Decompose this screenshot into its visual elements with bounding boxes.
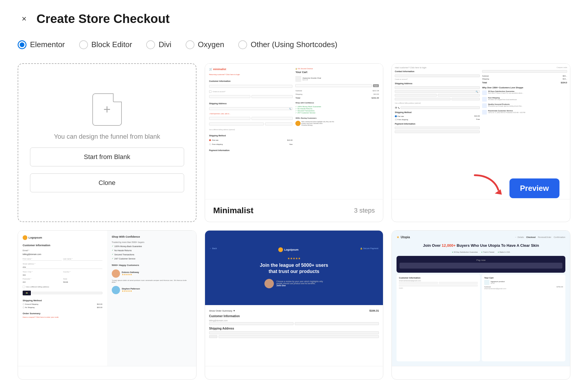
logopsum-split-card[interactable]: Logopsum Customer Information Email * bi… bbox=[18, 230, 196, 380]
bottom-templates-grid: Logopsum Customer Information Email * bi… bbox=[18, 230, 570, 380]
logopsum-blue-footer bbox=[205, 366, 383, 379]
shop-template-card[interactable]: ntact customer? Click here to login Cont… bbox=[392, 63, 570, 222]
radio-block-editor[interactable]: Block Editor bbox=[79, 40, 132, 49]
radio-label-other: Other (Using Shortcodes) bbox=[251, 40, 337, 49]
radio-divi[interactable]: Divi bbox=[146, 40, 171, 49]
modal-container: × Create Store Checkout Elementor Block … bbox=[0, 0, 588, 384]
radio-label-divi: Divi bbox=[159, 40, 171, 49]
radio-circle-oxygen bbox=[186, 40, 194, 49]
radio-circle-elementor bbox=[18, 40, 26, 49]
minimalist-steps: 3 steps bbox=[354, 207, 375, 214]
modal-title: Create Store Checkout bbox=[36, 12, 170, 26]
utopia-card[interactable]: ★ Utopia ← Details Checkout Review&Order… bbox=[392, 230, 570, 380]
mini-logo: 🛒 minimalist bbox=[209, 68, 293, 71]
start-from-blank-button[interactable]: Start from Blank bbox=[30, 148, 184, 166]
blank-description: You can design the funnel from blank bbox=[54, 133, 160, 140]
logopsum-split-preview: Logopsum Customer Information Email * bi… bbox=[18, 231, 196, 366]
minimalist-footer: Minimalist 3 steps bbox=[205, 199, 383, 222]
minimalist-preview: 🛒 minimalist Returning customer? Click h… bbox=[205, 64, 383, 199]
close-button[interactable]: × bbox=[18, 12, 31, 25]
utopia-footer bbox=[392, 366, 570, 379]
radio-group: Elementor Block Editor Divi Oxygen Other… bbox=[18, 40, 570, 49]
blank-template-card: + You can design the funnel from blank S… bbox=[18, 63, 196, 222]
radio-label-block-editor: Block Editor bbox=[91, 40, 132, 49]
preview-button[interactable]: Preview bbox=[509, 178, 559, 198]
utopia-preview: ★ Utopia ← Details Checkout Review&Order… bbox=[392, 231, 570, 366]
minimalist-template-card[interactable]: 🛒 minimalist Returning customer? Click h… bbox=[205, 63, 384, 222]
logopsum-blue-card[interactable]: ← Back Logoipsum 🔒 Secure Payment ★★★★★ … bbox=[205, 230, 384, 380]
logopsum-blue-preview: ← Back Logoipsum 🔒 Secure Payment ★★★★★ … bbox=[205, 231, 383, 366]
clone-button[interactable]: Clone bbox=[30, 173, 184, 192]
radio-elementor[interactable]: Elementor bbox=[18, 40, 65, 49]
modal-header: × Create Store Checkout bbox=[18, 12, 570, 26]
radio-circle-other bbox=[238, 40, 247, 49]
radio-circle-block-editor bbox=[79, 40, 88, 49]
blank-template-icon: + bbox=[92, 93, 122, 126]
radio-circle-divi bbox=[146, 40, 155, 49]
templates-grid: + You can design the funnel from blank S… bbox=[18, 63, 570, 222]
shop-footer bbox=[392, 199, 570, 212]
logopsum-split-footer bbox=[18, 366, 196, 379]
radio-other[interactable]: Other (Using Shortcodes) bbox=[238, 40, 337, 49]
radio-label-oxygen: Oxygen bbox=[198, 40, 224, 49]
radio-oxygen[interactable]: Oxygen bbox=[186, 40, 224, 49]
radio-label-elementor: Elementor bbox=[30, 40, 65, 49]
minimalist-name: Minimalist bbox=[213, 206, 254, 215]
